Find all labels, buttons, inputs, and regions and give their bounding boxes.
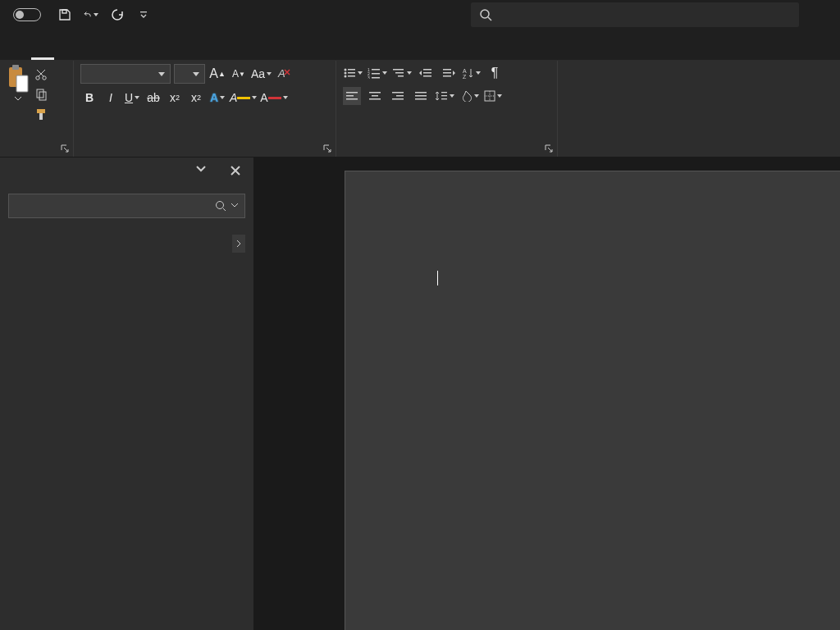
svg-rect-44 [396,95,404,97]
change-case-icon[interactable]: Aa [251,65,272,83]
tab-file[interactable] [5,48,28,60]
tab-references[interactable] [136,48,159,60]
chevron-down-icon [15,97,21,101]
underline-button[interactable]: U [123,89,141,107]
svg-rect-41 [372,95,378,97]
grow-font-icon[interactable]: A▲ [208,65,226,83]
tab-design[interactable] [84,48,107,60]
search-input[interactable] [499,8,791,21]
svg-rect-39 [346,98,358,100]
sort-icon[interactable]: AZ [463,64,481,82]
svg-rect-1 [140,11,147,12]
svg-rect-40 [369,92,381,94]
svg-rect-34 [443,75,451,77]
svg-rect-19 [348,75,355,77]
svg-rect-21 [372,69,380,71]
dialog-launcher-icon[interactable] [322,144,332,153]
svg-rect-27 [395,72,404,74]
increase-indent-icon[interactable] [440,64,458,82]
text-cursor [437,271,438,285]
search-icon[interactable] [215,200,226,212]
bold-button[interactable]: B [80,89,98,107]
clear-formatting-icon[interactable]: A [275,65,293,83]
svg-rect-33 [443,72,451,74]
ribbon: A▲ A▼ Aa A B I U ab x2 x2 A A A [0,61,840,158]
svg-rect-29 [423,69,431,71]
toggle-switch[interactable] [13,8,41,21]
svg-rect-15 [348,69,355,71]
svg-rect-32 [443,69,451,71]
format-painter-icon[interactable] [33,107,49,121]
text-effects-icon[interactable]: A [208,89,226,107]
copy-icon[interactable] [33,87,49,102]
svg-point-7 [36,76,39,80]
svg-rect-30 [423,72,431,74]
svg-point-2 [481,10,489,18]
nav-tabs-scroll-right-icon[interactable] [232,235,245,253]
nav-search-box[interactable] [8,194,245,218]
shading-icon[interactable] [459,87,479,105]
search-icon [479,8,492,21]
search-box[interactable] [471,2,799,27]
svg-text:A: A [277,67,285,80]
svg-rect-10 [39,92,46,100]
superscript-button[interactable]: x2 [187,89,205,107]
paste-button[interactable] [7,64,30,101]
font-name-combo[interactable] [80,64,171,84]
quick-access-toolbar [49,7,159,22]
align-center-icon[interactable] [366,87,384,105]
title-bar [0,0,840,30]
highlight-color-icon[interactable]: A [230,89,257,107]
autosave-toggle[interactable] [0,8,49,21]
justify-icon[interactable] [412,87,430,105]
subscript-button[interactable]: x2 [166,89,184,107]
show-marks-icon[interactable]: ¶ [486,64,504,82]
dialog-launcher-icon[interactable] [544,144,554,153]
svg-rect-42 [369,98,381,100]
font-size-combo[interactable] [174,64,205,84]
svg-rect-11 [37,109,45,113]
align-right-icon[interactable] [389,87,407,105]
tab-help[interactable] [241,48,264,60]
borders-icon[interactable] [484,87,502,105]
tab-review[interactable] [189,48,212,60]
svg-point-16 [345,72,347,75]
nav-tabs [8,236,245,242]
nav-search-input[interactable] [16,199,215,212]
tab-mailings[interactable] [162,48,185,60]
group-styles [558,61,840,157]
numbering-icon[interactable]: 123 [368,64,387,82]
multilevel-list-icon[interactable] [392,64,412,82]
tab-home[interactable] [31,46,54,60]
svg-rect-50 [441,95,447,96]
page[interactable] [345,171,840,630]
redo-icon[interactable] [110,7,125,22]
svg-rect-25 [372,77,380,79]
tab-insert[interactable] [57,48,80,60]
bullets-icon[interactable] [343,64,363,82]
toggle-knob [16,11,24,19]
tab-view[interactable] [215,48,238,60]
strikethrough-button[interactable]: ab [144,89,162,107]
undo-icon[interactable] [84,7,98,22]
tab-layout[interactable] [110,48,133,60]
chevron-down-icon[interactable] [231,203,238,208]
svg-text:Z: Z [463,74,467,79]
save-icon[interactable] [57,7,72,22]
line-spacing-icon[interactable] [435,87,454,105]
align-left-icon[interactable] [343,87,361,105]
svg-text:3: 3 [368,75,370,79]
qat-customize-icon[interactable] [136,7,151,22]
cut-icon[interactable] [33,67,49,82]
svg-rect-23 [372,73,380,75]
document-area[interactable] [254,158,840,630]
decrease-indent-icon[interactable] [417,64,435,82]
italic-button[interactable]: I [102,89,120,107]
shrink-font-icon[interactable]: A▼ [230,65,248,83]
chevron-down-icon[interactable] [196,166,206,176]
dialog-launcher-icon[interactable] [60,144,70,153]
font-color-icon[interactable]: A [260,89,287,107]
svg-point-55 [217,202,224,209]
close-icon[interactable] [231,166,240,176]
paste-icon [7,64,30,94]
